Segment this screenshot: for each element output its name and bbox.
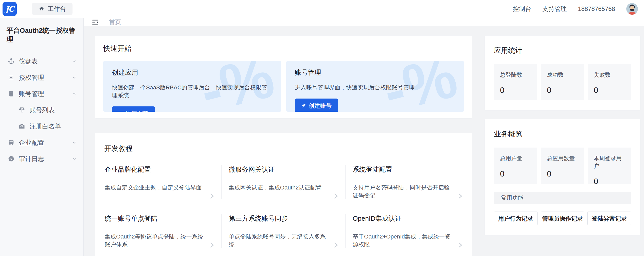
chevron-right-icon (208, 241, 216, 249)
menu-fold-icon[interactable] (91, 18, 99, 26)
tutorial-title: 微服务网关认证 (229, 165, 330, 174)
sidebar-title: 平台Oauth2统一授权管理 (0, 26, 83, 44)
chevron-right-icon (332, 192, 340, 200)
stat-label: 本周登录用户 (594, 155, 625, 170)
book-icon (8, 90, 15, 97)
tutorial-desc: 集成网关认证，集成Oauth2认证配置 (229, 184, 330, 191)
stat-value: 0 (500, 169, 531, 179)
stat-total-logins: 总登陆数 0 (494, 64, 537, 100)
panel-title: 创建应用 (112, 68, 273, 77)
topbar-link-support[interactable]: 支持管理 (542, 5, 567, 13)
topbar-phone[interactable]: 18878765768 (578, 5, 615, 12)
tutorial-desc: 集成自定义企业主题，自定义登陆界面 (105, 184, 206, 191)
tutorial-item-openid[interactable]: OpenID集成认证 基于Oauth2+OpenId集成，集成统一资源权限 (346, 214, 470, 248)
rocket-icon (118, 111, 123, 112)
workbench-button[interactable]: 工作台 (32, 3, 73, 15)
stat-value: 0 (547, 86, 578, 95)
tutorial-item-branding[interactable]: 企业品牌化配置 集成自定义企业主题，自定义登陆界面 (98, 165, 222, 199)
topbar-link-console[interactable]: 控制台 (513, 5, 531, 13)
button-label: 快速创建 (126, 110, 149, 112)
panel-title: 账号管理 (295, 68, 456, 77)
quick-start-title: 快速开始 (103, 44, 464, 53)
logo-text: JC (5, 5, 14, 13)
sidebar-item-label: 账号列表 (29, 106, 55, 114)
tutorial-title: 第三方系统账号同步 (229, 214, 330, 223)
mail-icon (18, 123, 25, 130)
scales-icon (18, 106, 25, 114)
sidebar-item-whitelist[interactable]: 注册白名单 (0, 118, 83, 134)
tutorials-title: 开发教程 (98, 144, 470, 153)
topbar-right: 控制台 支持管理 18878765768 (513, 3, 638, 15)
app-logo[interactable]: JC (3, 2, 17, 16)
quick-create-button[interactable]: 快速创建 (112, 106, 155, 112)
tutorial-desc: 集成Oauth2等协议单点登陆，统一系统账户体系 (105, 233, 206, 248)
tutorials-card: 开发教程 企业品牌化配置 集成自定义企业主题，自定义登陆界面 微服务网关认证 集… (95, 133, 472, 256)
sidebar-item-account[interactable]: 账号管理 (0, 86, 83, 102)
lines-icon (8, 74, 15, 81)
rocket-icon (301, 103, 306, 108)
stat-label: 成功数 (547, 71, 578, 79)
chevron-down-icon (72, 156, 77, 161)
login-exception-log-button[interactable]: 登陆异常记录 (587, 212, 631, 225)
admin-operation-log-button[interactable]: 管理员操作记录 (541, 212, 584, 225)
common-functions-label: 常用功能 (494, 192, 631, 204)
stat-value: 0 (500, 86, 531, 95)
bus-icon (8, 139, 15, 146)
sidebar-item-dashboard[interactable]: 仪盘表 (0, 53, 83, 69)
sidebar-item-audit[interactable]: 审计日志 (0, 151, 83, 167)
tutorial-desc: 单点登陆系统账号同步，无缝接入多系统 (229, 233, 330, 248)
tutorial-desc: 基于Oauth2+OpenId集成，集成统一资源权限 (353, 233, 454, 248)
main-area: 首页 快速开始 -% 创建应用 快速创建一个SaaS版RBAC的管理后台，快速实… (84, 18, 644, 256)
breadcrumb-home[interactable]: 首页 (109, 18, 121, 26)
sidebar-item-label: 企业配置 (19, 138, 44, 147)
account-manage-panel: -% 账号管理 进入账号管理界面，快速实现后台权限账号管理 创建账号 (286, 61, 464, 112)
chevron-right-icon (456, 192, 464, 200)
stat-week-login-users: 本周登录用户 0 (588, 148, 631, 184)
create-account-button[interactable]: 创建账号 (295, 99, 338, 112)
chevron-right-icon (208, 192, 216, 200)
stat-value: 0 (547, 169, 578, 179)
sidebar-item-auth[interactable]: 授权管理 (0, 69, 83, 86)
avatar-image (626, 3, 638, 15)
tutorial-item-sync[interactable]: 第三方系统账号同步 单点登陆系统账号同步，无缝接入多系统 (222, 214, 346, 248)
button-label: 创建账号 (309, 102, 332, 110)
app-stats-card: 应用统计 总登陆数 0 成功数 0 失败数 0 (485, 35, 640, 110)
stat-value: 0 (594, 177, 625, 186)
tutorial-desc: 支持用户名密码登陆，同时是否开启验证码登记 (353, 184, 454, 199)
home-icon (39, 6, 45, 12)
stat-label: 失败数 (594, 71, 625, 79)
sidebar-item-account-list[interactable]: 账号列表 (0, 102, 83, 118)
tutorial-item-login-config[interactable]: 系统登陆配置 支持用户名密码登陆，同时是否开启验证码登记 (346, 165, 470, 199)
user-behavior-log-button[interactable]: 用户行为记录 (494, 212, 538, 225)
create-app-panel: -% 创建应用 快速创建一个SaaS版RBAC的管理后台，快速实现后台权限管理系… (103, 61, 281, 112)
chevron-right-icon (332, 241, 340, 249)
sidebar: 平台Oauth2统一授权管理 仪盘表 授权管理 账号管理 账号列表 注册白名单 (0, 18, 84, 256)
stat-value: 0 (594, 86, 625, 95)
chevron-down-icon (72, 140, 77, 145)
panel-desc: 快速创建一个SaaS版RBAC的管理后台，快速实现后台权限管理系统 (112, 84, 273, 99)
sidebar-item-label: 审计日志 (19, 155, 44, 163)
topbar: JC 工作台 控制台 支持管理 18878765768 (0, 0, 644, 18)
tutorial-title: 企业品牌化配置 (105, 165, 206, 174)
sidebar-item-label: 注册白名单 (29, 122, 61, 131)
stat-total-apps: 总应用数量 0 (541, 148, 584, 184)
stat-label: 总登陆数 (500, 71, 531, 79)
chevron-up-icon (72, 91, 77, 96)
stat-success-count: 成功数 0 (541, 64, 584, 100)
sidebar-item-label: 账号管理 (19, 90, 44, 98)
chevron-right-icon (456, 241, 464, 249)
sidebar-item-label: 授权管理 (19, 73, 44, 82)
workbench-label: 工作台 (48, 5, 66, 13)
panel-desc: 进入账号管理界面，快速实现后台权限账号管理 (295, 84, 456, 91)
tutorial-item-sso[interactable]: 统一账号单点登陆 集成Oauth2等协议单点登陆，统一系统账户体系 (98, 214, 222, 248)
tutorial-title: 统一账号单点登陆 (105, 214, 206, 223)
sidebar-item-label: 仪盘表 (19, 57, 38, 66)
anchor-icon (8, 58, 15, 65)
stat-label: 总用户量 (500, 155, 531, 162)
quick-start-card: 快速开始 -% 创建应用 快速创建一个SaaS版RBAC的管理后台，快速实现后台… (95, 35, 472, 119)
stat-total-users: 总用户量 0 (494, 148, 537, 184)
tutorial-item-gateway[interactable]: 微服务网关认证 集成网关认证，集成Oauth2认证配置 (222, 165, 346, 199)
tutorial-title: 系统登陆配置 (353, 165, 454, 174)
avatar[interactable] (626, 3, 638, 15)
sidebar-item-enterprise[interactable]: 企业配置 (0, 134, 83, 151)
